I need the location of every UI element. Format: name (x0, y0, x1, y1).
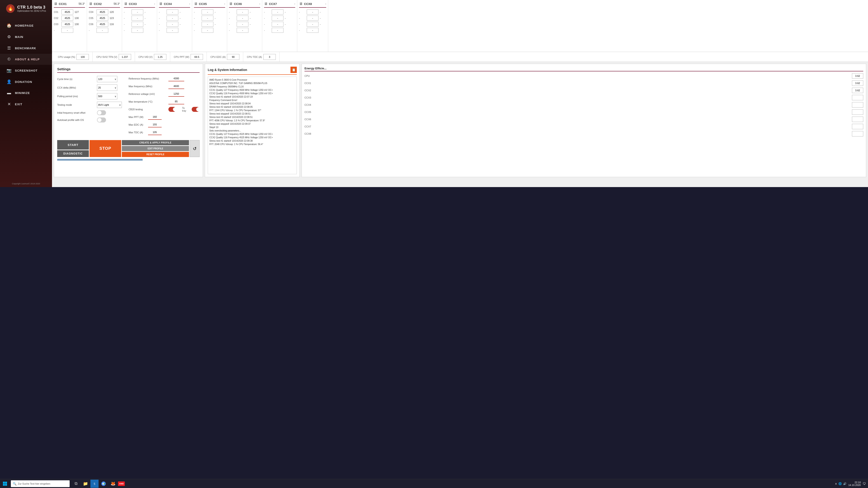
max-edc-input[interactable]: 155 (148, 122, 162, 127)
start-button[interactable]: START (57, 140, 89, 150)
max-temp-input[interactable]: 85 (168, 99, 184, 104)
autoload-row: Autoload profile with OS (57, 118, 124, 123)
max-freq-label: Max frequency (MHz) (129, 85, 167, 88)
ccx2-blank-input[interactable] (96, 28, 108, 33)
ccx1-blank-input[interactable] (61, 28, 73, 33)
main-icon: ⚙ (6, 34, 12, 39)
ccx1-block: 🖥 CCX1 56.3° C01 127 C02 130 C03 130 - (52, 0, 87, 52)
ccx6-block: 🖥 CCX6 - -- -- -- - (227, 0, 262, 52)
ccx4-block: 🖥 CCX4 - -- -- -- - (157, 0, 192, 52)
max-tdc-input[interactable]: 105 (148, 130, 162, 135)
cpu-icon-ccx5: 🖥 (194, 2, 197, 6)
polling-period-row: Polling period (ms) 500∨ (57, 93, 124, 99)
ccx5-c2-input[interactable] (202, 15, 213, 21)
max-ppt-input[interactable]: 160 (148, 114, 162, 120)
to-tray-toggle[interactable] (192, 107, 199, 112)
log-copy-icon[interactable]: 📋 (290, 67, 297, 73)
sidebar-label-about: ABOUT & HELP (15, 58, 40, 61)
ccx7-c4-input[interactable] (272, 28, 283, 33)
sidebar-item-main[interactable]: ⚙ MAIN (0, 31, 52, 42)
ccx1-temp: 56.3° (79, 2, 85, 5)
ref-volt-row: Reference voltage (mV) 1250 (129, 91, 199, 97)
ccx8-c1-input[interactable] (307, 9, 318, 14)
ref-freq-input[interactable]: 4300 (168, 76, 184, 81)
edit-profile-button[interactable]: EDIT PROFILE (122, 146, 189, 151)
sidebar-label-main: MAIN (15, 35, 23, 39)
cycle-time-select[interactable]: 120∨ (97, 76, 117, 82)
ref-volt-input[interactable]: 1250 (168, 91, 184, 97)
cpu-svi2-item: CPU SVI2 TFN (V) 1.237 (93, 52, 135, 62)
profile-buttons: CREATE & APPLY PROFILE EDIT PROFILE RESE… (122, 140, 189, 157)
cb20-toggle[interactable] (168, 107, 176, 112)
ccx7-c1-input[interactable] (272, 9, 283, 14)
app-logo: 🔥 CTR 1.0 beta 3 Optimization for ZEN2 C… (2, 0, 50, 15)
smart-offset-toggle[interactable] (97, 110, 106, 115)
ccx7-c2-input[interactable] (272, 15, 283, 21)
cpu-vid-label: CPU VID (V) (138, 56, 153, 58)
log-content[interactable]: AMD Ryzen 5 3600 6-Core ProcessorASUSTeK… (208, 76, 297, 174)
max-freq-input[interactable]: 4600 (168, 84, 184, 89)
ccx3-c4-input[interactable] (131, 28, 143, 33)
ccx4-c4-input[interactable] (166, 28, 178, 33)
ccx2-c05-freq-input[interactable] (96, 15, 108, 21)
ccx-delta-select[interactable]: 25∨ (97, 85, 117, 91)
ccx8-c2-input[interactable] (307, 15, 318, 21)
sidebar-item-about[interactable]: © ABOUT & HELP (0, 54, 52, 65)
diagnostic-button[interactable]: DIAGNOSTIC (57, 150, 89, 157)
ccx6-c3-input[interactable] (237, 22, 248, 27)
autoload-toggle[interactable] (97, 118, 106, 123)
ccx1-c02-freq-input[interactable] (61, 15, 73, 21)
ccx3-c3-input[interactable] (131, 22, 143, 27)
testing-mode-select[interactable]: AVX Light∨ (97, 102, 122, 108)
chevron-down-icon2: ∨ (115, 87, 116, 89)
sidebar-item-homepage[interactable]: 🏠 HOMEPAGE (0, 20, 52, 31)
cpu-edc-label: CPU EDC (A) (211, 56, 225, 58)
ccx-delta-label: CCX delta (MHz) (57, 86, 96, 89)
polling-period-select[interactable]: 500∨ (97, 93, 117, 99)
ccx1-core-c01: C01 127 (54, 9, 85, 14)
cb20-label: CB20 testing (129, 108, 167, 111)
ccx2-header: 🖥 CCX2 56.3° (89, 2, 120, 8)
ccx2-c04-freq-input[interactable] (96, 9, 108, 14)
minimize-icon: ▬ (6, 91, 12, 95)
sidebar-item-donation[interactable]: 👤 DONATION (0, 76, 52, 88)
ccx5-c4-input[interactable] (202, 28, 213, 33)
ccx6-c1-input[interactable] (237, 9, 248, 14)
ccx4-c2-input[interactable] (166, 15, 178, 21)
ccx7-temp: - (294, 2, 295, 5)
reset-profile-button[interactable]: RESET PROFILE (122, 152, 189, 157)
ccx8-c4-input[interactable] (307, 28, 318, 33)
ccx3-c1-input[interactable] (131, 9, 143, 14)
refresh-button[interactable]: ↺ (190, 140, 199, 157)
max-edc-label: Max EDC (A) (129, 123, 147, 126)
cpu-vid-value: 1.25 (154, 54, 166, 60)
sidebar-item-minimize[interactable]: ▬ MINIMIZE (0, 88, 52, 98)
ccx8-c3-input[interactable] (307, 22, 318, 27)
testing-mode-label: Testing mode (57, 103, 96, 106)
ccx3-c2-input[interactable] (131, 15, 143, 21)
ccx2-c06-freq-input[interactable] (96, 22, 108, 27)
autoload-label: Autoload profile with OS (57, 119, 96, 121)
ccx6-c4-input[interactable] (237, 28, 248, 33)
sidebar-item-benchmark[interactable]: ☰ BENCHMARK (0, 42, 52, 54)
smart-offset-label: Initial frequency smart offset (57, 111, 96, 114)
log-title: Log & System Information (208, 68, 247, 72)
cpu-ppt-value: 69.5 (191, 54, 203, 60)
ccx8-name: CCX8 (304, 2, 312, 6)
sidebar-item-screenshot[interactable]: 📷 SCREENSHOT (0, 65, 52, 76)
ccx4-c1-input[interactable] (166, 9, 178, 14)
ccx1-c01-freq-input[interactable] (61, 9, 73, 14)
create-profile-button[interactable]: CREATE & APPLY PROFILE (122, 140, 189, 145)
copyright-text: Copyright 1usmus© 2019-2020 (12, 183, 40, 185)
ccx5-c3-input[interactable] (202, 22, 213, 27)
stop-button[interactable]: STOP (90, 140, 121, 157)
ccx1-c03-freq-input[interactable] (61, 22, 73, 27)
ccx7-c3-input[interactable] (272, 22, 283, 27)
ccx6-c2-input[interactable] (237, 15, 248, 21)
ccx4-c3-input[interactable] (166, 22, 178, 27)
sidebar-item-exit[interactable]: ✕ EXIT (0, 98, 52, 110)
ccx3-name: CCX3 (129, 2, 137, 6)
ccx1-core-c02: C02 130 (54, 15, 85, 21)
ccx5-c1-input[interactable] (202, 9, 213, 14)
cpu-svi2-value: 1.237 (119, 54, 131, 60)
